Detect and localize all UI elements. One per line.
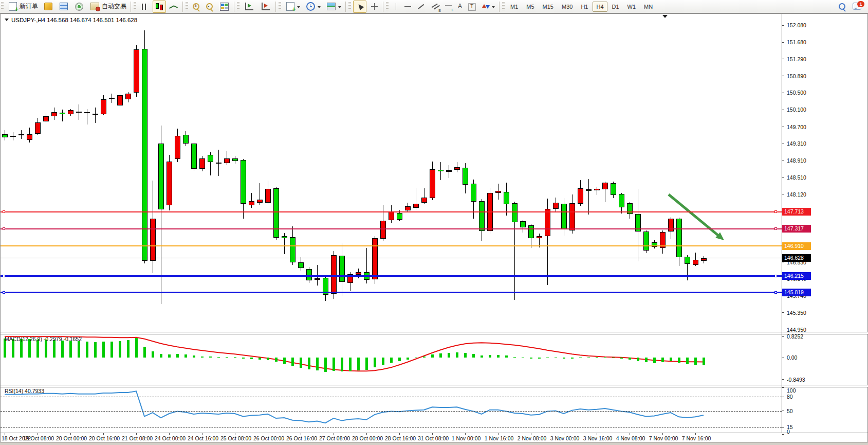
- price-tick: [782, 110, 784, 110]
- new-chart-button[interactable]: [283, 1, 302, 13]
- autotrading-button[interactable]: 自动交易: [87, 1, 128, 13]
- line-handle[interactable]: [3, 210, 5, 213]
- search-button[interactable]: [836, 1, 848, 13]
- price-tick: [782, 144, 784, 144]
- candle-up: [668, 219, 674, 232]
- toolbar-grip[interactable]: [502, 2, 505, 11]
- timeframe-w1-button[interactable]: W1: [624, 2, 640, 12]
- time-tick: [235, 433, 235, 435]
- line-handle[interactable]: [774, 275, 777, 277]
- toolbar-grip[interactable]: [1, 2, 4, 11]
- macd-histogram-bar: [53, 340, 56, 358]
- line-chart-icon: [169, 3, 178, 11]
- line-handle[interactable]: [3, 275, 5, 277]
- macd-histogram-bar: [703, 358, 705, 365]
- sign-glyph: -: [208, 3, 209, 9]
- candle-wick: [597, 187, 597, 195]
- text-label-tool-button[interactable]: [466, 1, 478, 13]
- toolbar-grip[interactable]: [386, 2, 389, 11]
- horizontal-line-147.317[interactable]: [1, 228, 782, 229]
- price-tick: [782, 330, 784, 330]
- templates-menu-button[interactable]: [324, 1, 343, 13]
- timeframe-h1-button[interactable]: H1: [577, 2, 592, 12]
- macd-histogram-bar: [365, 358, 368, 370]
- periods-menu-button[interactable]: [303, 1, 323, 13]
- line-handle[interactable]: [3, 227, 5, 230]
- macd-histogram-bar: [653, 358, 656, 363]
- timeframe-m1-button[interactable]: M1: [507, 2, 522, 12]
- horizontal-line-145.819[interactable]: [1, 292, 782, 293]
- chart-window[interactable]: USDJPY-,H4 146.568 146.674 146.501 146.6…: [0, 13, 868, 442]
- line-handle[interactable]: [774, 210, 777, 213]
- timeframe-mn-button[interactable]: MN: [640, 2, 656, 12]
- timeframe-d1-button[interactable]: D1: [608, 2, 623, 12]
- chat-icon: 1: [853, 3, 861, 10]
- zoom-out-button[interactable]: -: [204, 1, 216, 13]
- line-handle[interactable]: [774, 227, 777, 230]
- horizontal-line-146.910[interactable]: [1, 245, 782, 246]
- macd-histogram-bar: [226, 357, 228, 358]
- macd-histogram-bar: [497, 355, 500, 358]
- chevron-down-icon[interactable]: [297, 6, 300, 10]
- timeframe-m15-button[interactable]: M15: [539, 2, 557, 12]
- bar-chart-button[interactable]: [138, 1, 152, 13]
- rsi-tick-label: 50: [787, 408, 793, 414]
- horizontal-line-147.713[interactable]: [1, 211, 782, 212]
- cursor-tool-button[interactable]: [353, 1, 366, 13]
- chart-shift-button[interactable]: [258, 1, 273, 13]
- horizontal-line-tool-button[interactable]: [402, 1, 413, 13]
- time-tick-label: 21 Oct 08:00: [119, 435, 156, 441]
- toolbar-grip[interactable]: [279, 2, 281, 11]
- pane-separator[interactable]: [1, 332, 868, 334]
- toolbar-grip[interactable]: [348, 2, 351, 11]
- navigator-button[interactable]: [72, 1, 86, 13]
- auto-scroll-button[interactable]: [242, 1, 257, 13]
- pane-separator[interactable]: [1, 385, 868, 387]
- zoom-in-button[interactable]: +: [190, 1, 202, 13]
- line-handle[interactable]: [3, 291, 5, 294]
- candle-up: [257, 200, 263, 203]
- market-watch-button[interactable]: [41, 1, 56, 13]
- trendline-tool-button[interactable]: [414, 1, 428, 13]
- time-tick: [136, 433, 137, 435]
- crosshair-tool-button[interactable]: [367, 1, 381, 13]
- line-handle[interactable]: [774, 291, 777, 294]
- chart-shift-marker-icon[interactable]: [662, 15, 668, 21]
- arrows-tool-button[interactable]: [479, 1, 497, 13]
- time-tick-label: 3 Nov 00:00: [546, 435, 583, 441]
- toolbar-grip[interactable]: [186, 2, 188, 11]
- equidistant-channel-tool-button[interactable]: [429, 1, 442, 13]
- community-chat-button[interactable]: 1: [849, 1, 864, 13]
- macd-histogram-bar: [431, 354, 434, 358]
- fibonacci-tool-button[interactable]: [443, 1, 454, 13]
- toolbar-grip[interactable]: [237, 2, 239, 11]
- chevron-down-icon[interactable]: [492, 6, 495, 10]
- timeframe-h4-button[interactable]: H4: [593, 2, 607, 12]
- tile-windows-button[interactable]: [217, 1, 232, 13]
- candle-up: [199, 158, 205, 169]
- trendline-icon: [416, 3, 426, 11]
- horizontal-line-146.628[interactable]: [1, 258, 782, 258]
- candle-wick: [87, 109, 87, 125]
- horizontal-line-146.215[interactable]: [1, 275, 782, 277]
- vertical-line-tool-button[interactable]: [391, 1, 401, 13]
- line-chart-button[interactable]: [167, 1, 180, 13]
- new-order-button[interactable]: 新订单: [6, 1, 40, 13]
- price-tick-label: 151.680: [787, 39, 806, 45]
- data-window-icon: [60, 3, 68, 10]
- text-tool-button[interactable]: [455, 1, 465, 13]
- candle-up: [602, 183, 608, 189]
- chevron-down-icon[interactable]: [318, 6, 321, 10]
- rsi-label: RSI(14) 40.7933: [5, 388, 44, 394]
- timeframe-m5-button[interactable]: M5: [523, 2, 538, 12]
- time-tick-label: 20 Oct 00:00: [53, 435, 90, 441]
- macd-histogram-bar: [596, 357, 598, 358]
- timeframe-m30-button[interactable]: M30: [558, 2, 576, 12]
- toolbar-grip[interactable]: [134, 2, 136, 11]
- chart-menu-icon[interactable]: [5, 19, 9, 23]
- rsi-tick-label: 0: [787, 429, 790, 435]
- data-window-button[interactable]: [57, 1, 71, 13]
- candlestick-chart-button[interactable]: [153, 1, 166, 13]
- time-tick: [432, 433, 433, 435]
- chevron-down-icon[interactable]: [338, 6, 341, 10]
